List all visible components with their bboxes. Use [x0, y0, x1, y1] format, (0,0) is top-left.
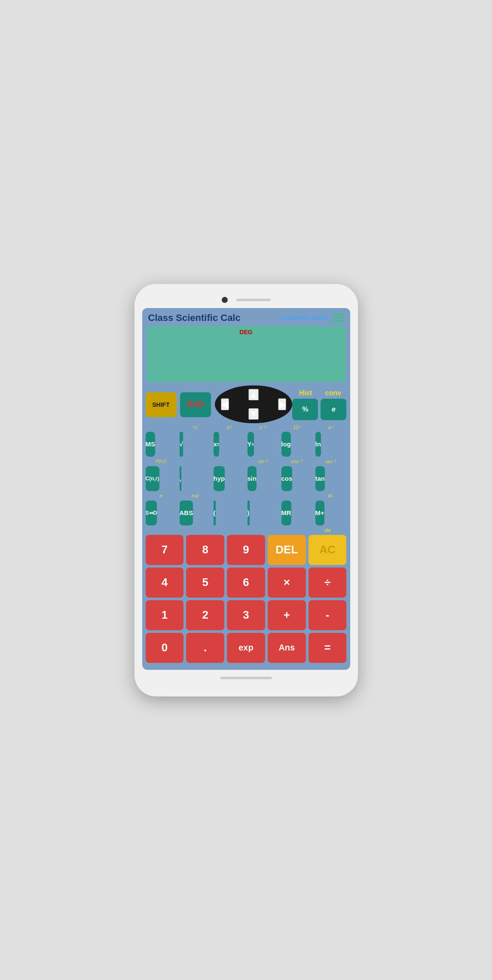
- deg-label: DEG: [151, 329, 342, 336]
- cosinv-label: cos⁻¹: [281, 459, 313, 464]
- tan-button[interactable]: tan: [315, 466, 325, 491]
- menu-button[interactable]: [333, 314, 344, 321]
- rnd-label: rnd: [180, 493, 211, 498]
- taninv-label: tan⁻¹: [315, 459, 347, 464]
- cnr-button[interactable]: C(n,r): [146, 466, 159, 491]
- row-456: 4 5 6 × ÷: [146, 568, 347, 598]
- n1-button[interactable]: 1: [146, 600, 184, 630]
- n3-button[interactable]: 3: [227, 600, 265, 630]
- hist-label: Hist: [293, 389, 318, 397]
- nav-up-button[interactable]: ▲: [248, 389, 259, 400]
- shift-rad-placeholder: SHIFT: [146, 392, 180, 417]
- row-123: 1 2 3 + -: [146, 600, 347, 630]
- n8-button[interactable]: 8: [186, 535, 224, 565]
- nav-right-button[interactable]: ▶: [278, 398, 286, 410]
- mr-button[interactable]: MR: [281, 501, 291, 525]
- n0-button[interactable]: 0: [146, 633, 184, 663]
- close-paren-button[interactable]: ): [248, 501, 250, 525]
- app-title: Class Scientific Calc: [148, 312, 241, 324]
- phone-bottom: [142, 677, 350, 679]
- e-const-button[interactable]: e: [321, 399, 346, 420]
- row-mem: π S⇔D rnd ABS ( ) MR M- M+: [146, 501, 347, 525]
- equals-button[interactable]: =: [309, 633, 347, 663]
- keypad-area: SHIFT RAD ▲ ▼ ◀ ▶ Hist conv: [142, 385, 350, 525]
- rad-placeholder: RAD: [180, 392, 214, 417]
- conv-label: conv: [320, 389, 346, 397]
- tenx-label: 10ˣ: [281, 424, 313, 430]
- nav-oval-area: ▲ ▼ ◀ ▶: [215, 385, 292, 424]
- ex-label: eˣ: [315, 424, 347, 430]
- ln-button[interactable]: ln: [315, 432, 321, 457]
- home-bar: [220, 677, 272, 679]
- phone-top: [142, 297, 350, 303]
- sd-button[interactable]: S⇔D: [146, 501, 157, 525]
- shift-button[interactable]: SHIFT: [146, 392, 177, 417]
- mminus-label: M-: [315, 493, 347, 498]
- x3-label: x³: [214, 424, 245, 430]
- n2-button[interactable]: 2: [186, 600, 224, 630]
- n9-button[interactable]: 9: [227, 535, 265, 565]
- comma-button[interactable]: ,: [180, 466, 181, 491]
- minus-button[interactable]: -: [309, 600, 347, 630]
- n7-button[interactable]: 7: [146, 535, 184, 565]
- dot-button[interactable]: .: [186, 633, 224, 663]
- calc-header: Class Scientific Calc Scientific Mode: [142, 308, 350, 326]
- rad-button[interactable]: RAD: [180, 392, 211, 417]
- hist-conv-area: Hist conv % e: [292, 389, 346, 420]
- sin-button[interactable]: sin: [248, 466, 257, 491]
- nav-oval: ▲ ▼ ◀ ▶: [215, 385, 292, 423]
- pnr-label: P(n,r): [146, 459, 177, 464]
- numpad: 7 8 9 DEL cls AC 4 5 6 × ÷ 1 2 3: [142, 535, 350, 663]
- speaker: [236, 299, 271, 301]
- x2-button[interactable]: x2: [214, 432, 219, 457]
- n4-button[interactable]: 4: [146, 568, 184, 598]
- ac-button[interactable]: AC: [309, 535, 347, 565]
- hyp-button[interactable]: hyp: [214, 466, 225, 491]
- divide-button[interactable]: ÷: [309, 568, 347, 598]
- nav-down-button[interactable]: ▼: [248, 408, 259, 420]
- percent-button[interactable]: %: [292, 399, 318, 420]
- row-ms-ln: MS ³√ √ x³ x2 x⁻¹ Yx 10ˣ log: [146, 432, 347, 457]
- cube-root-label: ³√: [180, 424, 211, 430]
- n6-button[interactable]: 6: [227, 568, 265, 598]
- phone-frame: Class Scientific Calc Scientific Mode DE…: [134, 284, 358, 696]
- n5-button[interactable]: 5: [186, 568, 224, 598]
- mode-label: Scientific Mode: [281, 314, 328, 321]
- exp-button[interactable]: exp: [227, 633, 265, 663]
- row-0exp: 0 . exp Ans =: [146, 633, 347, 663]
- pi-label: π: [146, 493, 177, 498]
- multiply-button[interactable]: ×: [268, 568, 306, 598]
- ans-button[interactable]: Ans: [268, 633, 306, 663]
- log-button[interactable]: log: [281, 432, 291, 457]
- row-789: 7 8 9 DEL cls AC: [146, 535, 347, 565]
- abs-button[interactable]: ABS: [180, 501, 193, 525]
- calculator: Class Scientific Calc Scientific Mode DE…: [142, 308, 350, 670]
- cos-button[interactable]: cos: [281, 466, 293, 491]
- nav-left-button[interactable]: ◀: [221, 398, 229, 410]
- open-paren-button[interactable]: (: [214, 501, 216, 525]
- nav-row: SHIFT RAD ▲ ▼ ◀ ▶ Hist conv: [146, 385, 347, 424]
- cls-label: cls: [309, 528, 347, 533]
- yx-button[interactable]: Yx: [248, 432, 254, 457]
- ms-button[interactable]: MS: [146, 432, 156, 457]
- xinv-label: x⁻¹: [248, 424, 279, 430]
- mplus-button[interactable]: M+: [315, 501, 324, 525]
- row-trig: P(n,r) C(n,r) , hyp sin⁻¹ sin cos⁻¹ cos: [146, 466, 347, 491]
- camera: [222, 297, 228, 303]
- calc-display: DEG: [147, 326, 346, 382]
- sininv-label: sin⁻¹: [248, 459, 279, 464]
- del-button[interactable]: DEL: [268, 535, 306, 565]
- header-right: Scientific Mode: [281, 314, 344, 321]
- sqrt-button[interactable]: √: [180, 432, 183, 457]
- plus-button[interactable]: +: [268, 600, 306, 630]
